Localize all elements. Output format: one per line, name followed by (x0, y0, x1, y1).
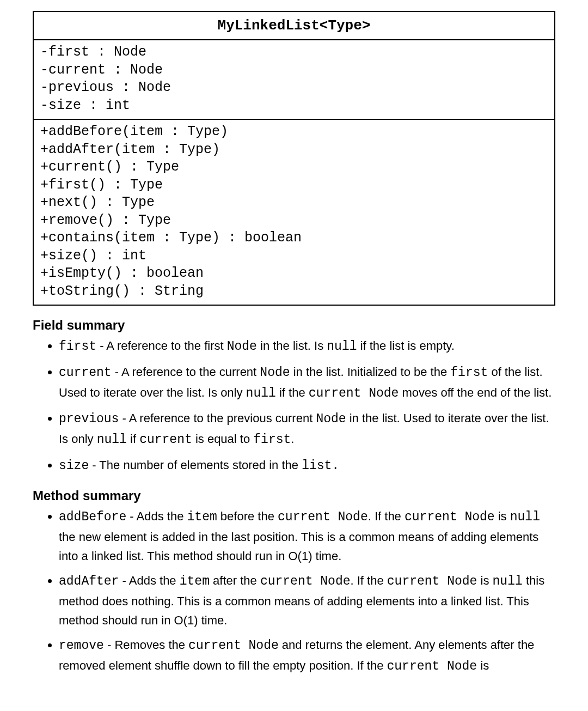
uml-method-line: +toString() : String (40, 283, 548, 301)
uml-method-line: +first() : Type (40, 177, 548, 195)
uml-field-line: -previous : Node (40, 79, 548, 97)
uml-class-title: MyLinkedList<Type> (34, 12, 554, 40)
code-text: current Node (260, 574, 351, 588)
code-text: Node (316, 412, 346, 426)
body-text: is (477, 659, 489, 672)
body-text: moves off the end of the list. (399, 386, 552, 399)
code-text: current Node (387, 574, 477, 588)
code-text: first (59, 339, 96, 354)
field-summary-heading: Field summary (33, 318, 555, 333)
code-text: current (139, 433, 192, 447)
body-text: if the (276, 386, 309, 399)
method-summary-item: addAfter - Adds the item after the curre… (59, 571, 555, 630)
uml-method-line: +isEmpty() : boolean (40, 265, 548, 283)
code-text: null (510, 510, 540, 524)
code-text: current Node (188, 639, 279, 653)
code-text: Node (227, 339, 257, 354)
method-summary-list: addBefore - Adds the item before the cur… (33, 507, 555, 677)
body-text: . (291, 432, 294, 446)
method-summary-item: remove - Removes the current Node and re… (59, 635, 555, 677)
body-text: if (127, 432, 139, 446)
code-text: size (59, 459, 89, 473)
body-text: is (477, 574, 492, 587)
field-summary-item: first - A reference to the first Node in… (59, 336, 555, 357)
body-text: - A reference to the previous current (119, 411, 316, 425)
code-text: addBefore (59, 510, 126, 524)
method-summary-item: addBefore - Adds the item before the cur… (59, 507, 555, 566)
uml-method-line: +addAfter(item : Type) (40, 141, 548, 159)
field-summary-list: first - A reference to the first Node in… (33, 336, 555, 476)
code-text: current (59, 366, 112, 380)
body-text: is equal to (192, 432, 254, 446)
body-text: - Adds the (126, 509, 187, 523)
code-text: current Node (309, 386, 399, 400)
document-page: MyLinkedList<Type> -first : Node-current… (0, 0, 588, 677)
field-summary-item: previous - A reference to the previous c… (59, 409, 555, 450)
uml-field-line: -first : Node (40, 44, 548, 62)
uml-class-box: MyLinkedList<Type> -first : Node-current… (33, 11, 555, 306)
body-text: in the list. Is (257, 339, 327, 353)
body-text: - A reference to the current (112, 365, 260, 379)
body-text: before the (217, 509, 278, 523)
code-text: previous (59, 412, 119, 426)
code-text: first (253, 433, 291, 447)
code-text: first (450, 366, 488, 380)
code-text: remove (59, 639, 104, 653)
field-summary-item: current - A reference to the current Nod… (59, 362, 555, 404)
code-text: null (493, 574, 523, 588)
code-text: null (327, 339, 357, 354)
uml-method-line: +contains(item : Type) : boolean (40, 229, 548, 247)
code-text: list. (302, 459, 339, 473)
body-text: - A reference to the first (96, 339, 227, 353)
body-text: the new element is added in the last pos… (59, 530, 538, 563)
uml-method-line: +size() : int (40, 247, 548, 265)
uml-field-line: -current : Node (40, 62, 548, 80)
code-text: item (187, 510, 217, 524)
body-text: - The number of elements stored in the (89, 458, 302, 472)
body-text: . If the (368, 509, 405, 523)
field-summary-item: size - The number of elements stored in … (59, 455, 555, 476)
body-text: in the list. Initialized to be the (290, 365, 451, 379)
uml-method-line: +next() : Type (40, 194, 548, 212)
code-text: null (246, 386, 276, 400)
code-text: Node (260, 366, 290, 380)
code-text: current Node (405, 510, 495, 524)
uml-method-line: +remove() : Type (40, 212, 548, 230)
uml-methods-section: +addBefore(item : Type)+addAfter(item : … (34, 120, 554, 305)
body-text: . If the (351, 574, 387, 587)
uml-method-line: +addBefore(item : Type) (40, 123, 548, 141)
uml-field-line: -size : int (40, 97, 548, 115)
uml-method-line: +current() : Type (40, 159, 548, 177)
method-summary-heading: Method summary (33, 488, 555, 503)
uml-fields-section: -first : Node-current : Node-previous : … (34, 40, 554, 120)
code-text: addAfter (59, 574, 119, 588)
code-text: current Node (278, 510, 368, 524)
code-text: item (180, 574, 210, 588)
body-text: if the list is empty. (357, 339, 455, 353)
code-text: null (97, 433, 127, 447)
body-text: - Adds the (119, 574, 179, 587)
body-text: - Removes the (104, 638, 188, 652)
body-text: is (495, 509, 510, 523)
body-text: after the (210, 574, 260, 587)
code-text: current Node (387, 659, 477, 673)
